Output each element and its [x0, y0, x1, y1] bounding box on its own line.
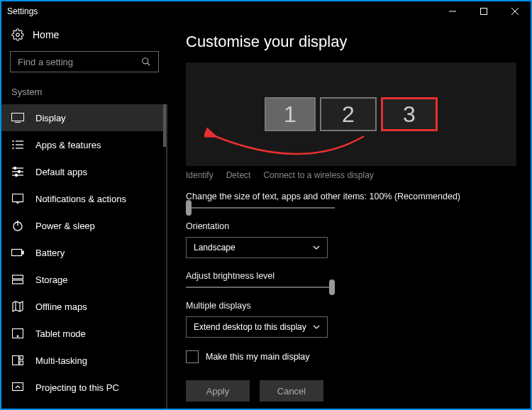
defaults-icon — [11, 165, 24, 178]
svg-rect-1 — [481, 9, 487, 15]
svg-rect-24 — [12, 250, 22, 256]
svg-point-18 — [14, 167, 16, 170]
sidebar-item-label: Offline maps — [35, 301, 87, 312]
project-icon — [11, 381, 24, 394]
sidebar-item-storage[interactable]: Storage — [1, 266, 166, 293]
list-icon — [11, 138, 24, 151]
main-display-checkbox-row[interactable]: Make this my main display — [186, 350, 516, 363]
svg-point-20 — [16, 174, 18, 177]
sidebar-item-offline-maps[interactable]: Offline maps — [1, 293, 166, 320]
sidebar-item-battery[interactable]: Battery — [1, 239, 166, 266]
text-size-slider[interactable] — [186, 207, 335, 209]
close-button[interactable] — [499, 1, 531, 21]
apply-button[interactable]: Apply — [186, 380, 250, 401]
sidebar-item-label: Power & sleep — [35, 221, 95, 231]
main-content: Customise your display 1 2 3 Identify De… — [167, 21, 531, 409]
tablet-icon — [11, 327, 24, 340]
multitask-icon — [11, 354, 24, 367]
display-icon — [11, 111, 24, 124]
text-size-label: Change the size of text, apps and other … — [186, 192, 516, 201]
sidebar-item-label: Battery — [35, 248, 65, 258]
svg-rect-33 — [20, 356, 23, 360]
slider-thumb[interactable] — [329, 279, 335, 295]
sidebar-item-projecting[interactable]: Projecting to this PC — [1, 374, 166, 401]
orientation-value: Landscape — [194, 243, 235, 253]
detect-link[interactable]: Detect — [226, 170, 251, 180]
window-title: Settings — [7, 6, 437, 16]
monitor-2[interactable]: 2 — [320, 97, 377, 131]
sidebar: Home System Display Apps & features Defa… — [1, 21, 167, 409]
orientation-select[interactable]: Landscape — [186, 237, 328, 258]
titlebar: Settings — [1, 1, 531, 21]
notifications-icon — [11, 192, 24, 205]
sidebar-item-power-sleep[interactable]: Power & sleep — [1, 212, 166, 239]
home-label: Home — [33, 29, 59, 40]
orientation-label: Orientation — [186, 221, 516, 231]
svg-rect-7 — [12, 113, 24, 121]
sidebar-item-apps-features[interactable]: Apps & features — [1, 131, 166, 158]
svg-rect-26 — [13, 275, 23, 279]
search-box[interactable] — [10, 51, 159, 72]
preview-links: Identify Detect Connect to a wireless di… — [186, 170, 516, 180]
multiple-displays-label: Multiple displays — [186, 301, 516, 311]
sidebar-item-notifications[interactable]: Notifications & actions — [1, 185, 166, 212]
identify-link[interactable]: Identify — [186, 170, 214, 180]
multiple-displays-select[interactable]: Extend desktop to this display — [186, 316, 328, 338]
svg-rect-34 — [20, 361, 23, 365]
sidebar-item-label: Multi-tasking — [35, 355, 87, 366]
multiple-displays-value: Extend desktop to this display — [194, 322, 306, 332]
chevron-down-icon — [313, 325, 320, 329]
brightness-slider[interactable] — [186, 287, 335, 288]
battery-icon — [11, 246, 24, 259]
svg-point-31 — [17, 336, 18, 337]
storage-icon — [11, 273, 24, 286]
home-button[interactable]: Home — [1, 21, 167, 51]
gear-icon — [11, 28, 24, 41]
cancel-button[interactable]: Cancel — [260, 380, 323, 401]
sidebar-item-tablet-mode[interactable]: Tablet mode — [1, 320, 166, 347]
websites-icon — [11, 408, 24, 409]
slider-thumb[interactable] — [186, 200, 192, 216]
svg-point-5 — [143, 58, 148, 64]
search-input[interactable] — [18, 57, 141, 67]
svg-rect-32 — [13, 356, 19, 365]
sidebar-item-default-apps[interactable]: Default apps — [1, 158, 166, 185]
sidebar-item-multitasking[interactable]: Multi-tasking — [1, 347, 166, 374]
brightness-label: Adjust brightness level — [186, 271, 516, 281]
sidebar-item-label: Apps & features — [35, 140, 101, 150]
svg-rect-35 — [13, 383, 23, 391]
svg-point-19 — [18, 171, 21, 173]
section-label: System — [1, 82, 167, 104]
chevron-down-icon — [313, 245, 320, 250]
monitor-3[interactable]: 3 — [381, 97, 438, 131]
sidebar-item-apps-websites[interactable]: Apps for websites — [1, 401, 166, 409]
svg-rect-25 — [22, 251, 23, 254]
svg-point-4 — [16, 33, 20, 37]
sidebar-item-display[interactable]: Display — [1, 104, 166, 131]
wireless-display-link[interactable]: Connect to a wireless display — [263, 170, 373, 180]
minimize-button[interactable] — [437, 1, 468, 21]
sidebar-item-label: Projecting to this PC — [35, 382, 119, 393]
monitor-1[interactable]: 1 — [265, 97, 316, 131]
main-display-checkbox[interactable] — [186, 350, 199, 363]
main-display-label: Make this my main display — [206, 352, 310, 362]
sidebar-item-label: Notifications & actions — [35, 194, 126, 204]
sidebar-item-label: Default apps — [35, 167, 87, 177]
map-icon — [11, 300, 24, 313]
sidebar-item-label: Storage — [35, 275, 68, 285]
search-icon — [141, 57, 151, 67]
svg-line-6 — [148, 63, 150, 66]
svg-rect-27 — [13, 280, 23, 284]
svg-rect-21 — [13, 194, 23, 202]
power-icon — [11, 219, 24, 232]
sidebar-item-label: Display — [35, 113, 66, 123]
maximize-button[interactable] — [468, 1, 499, 21]
sidebar-item-label: Tablet mode — [35, 328, 86, 339]
page-title: Customise your display — [186, 33, 516, 51]
display-preview[interactable]: 1 2 3 — [186, 62, 516, 166]
